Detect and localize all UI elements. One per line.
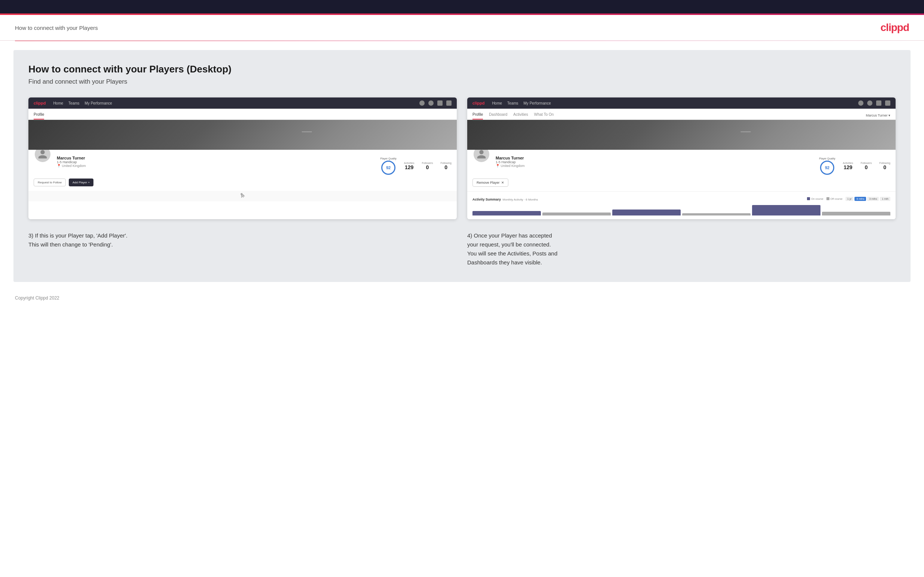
legend-offcourse: Off course xyxy=(826,197,843,200)
mock-nav-teams-right: Teams xyxy=(507,101,518,105)
quality-value-left: 92 xyxy=(386,166,391,170)
scissors-area xyxy=(28,191,457,201)
tab-dashboard-right[interactable]: Dashboard xyxy=(489,111,507,119)
tab-activities-right[interactable]: Activities xyxy=(513,111,528,119)
banner-image-left xyxy=(28,120,457,150)
profile-banner-left xyxy=(28,120,457,150)
menu-icon-right xyxy=(885,100,890,106)
time-buttons: 1 yr 6 mths 3 mths 1 mth xyxy=(845,197,890,201)
remove-player-button[interactable]: Remove Player ✕ xyxy=(472,179,508,187)
caption-left: 3) If this is your Player tap, 'Add Play… xyxy=(28,231,457,267)
stat-following-right: Following 0 xyxy=(879,162,890,170)
offcourse-label: Off course xyxy=(830,198,843,200)
oncourse-label: On course xyxy=(811,198,823,200)
mock-logo-right: clippd xyxy=(472,101,485,105)
header-divider xyxy=(15,41,909,41)
chart-area xyxy=(472,204,890,216)
main-content: How to connect with your Players (Deskto… xyxy=(13,50,911,282)
time-6mths-button[interactable]: 6 mths xyxy=(855,197,866,201)
time-1yr-button[interactable]: 1 yr xyxy=(845,197,854,201)
tab-profile-left[interactable]: Profile xyxy=(34,111,44,119)
footer: Copyright Clippd 2022 xyxy=(0,291,924,305)
stat-followers-right: Followers 0 xyxy=(861,162,872,170)
tab-profile-right[interactable]: Profile xyxy=(472,111,483,119)
chart-bar-4 xyxy=(682,213,751,216)
copyright-text: Copyright Clippd 2022 xyxy=(15,295,60,301)
user-icon xyxy=(428,100,434,106)
globe-icon-right xyxy=(876,100,881,106)
globe-icon xyxy=(437,100,443,106)
request-follow-button[interactable]: Request to Follow xyxy=(34,179,66,186)
add-player-button[interactable]: Add Player + xyxy=(69,179,94,186)
mock-nav-icons-right xyxy=(858,100,890,106)
legend-oncourse: On course xyxy=(807,197,823,200)
mock-nav-performance-right: My Performance xyxy=(524,101,551,105)
search-icon-right xyxy=(858,100,863,106)
chart-bar-5 xyxy=(752,205,821,216)
profile-info-left: Marcus Turner 1-5 Handicap 📍 United King… xyxy=(57,154,375,168)
mock-buttons-left: Request to Follow Add Player + xyxy=(34,179,452,186)
activity-header: Activity Summary Monthly Activity · 6 Mo… xyxy=(472,195,890,202)
chart-bar-3 xyxy=(612,210,681,216)
scissors-icon xyxy=(240,193,246,199)
tab-what-to-on-right[interactable]: What To On xyxy=(534,111,554,119)
stats-row-right: Player Quality 92 Activities 129 Fo xyxy=(819,157,890,175)
mock-nav-right: clippd Home Teams My Performance xyxy=(467,97,896,109)
player-handicap-right: 1-5 Handicap xyxy=(496,160,814,164)
profile-body-left: Marcus Turner 1-5 Handicap 📍 United King… xyxy=(28,150,457,191)
oncourse-dot xyxy=(807,197,810,200)
mock-nav-items-left: Home Teams My Performance xyxy=(53,101,112,105)
chart-bar-1 xyxy=(472,211,541,216)
mock-nav-items-right: Home Teams My Performance xyxy=(492,101,551,105)
stat-following-left: Following 0 xyxy=(440,162,452,170)
player-name-right: Marcus Turner xyxy=(496,156,814,160)
activity-section: Activity Summary Monthly Activity · 6 Mo… xyxy=(467,191,896,219)
screenshots-row: clippd Home Teams My Performance Profile xyxy=(28,97,896,219)
player-location-left: 📍 United Kingdom xyxy=(57,164,375,168)
avatar-row-left: Marcus Turner 1-5 Handicap 📍 United King… xyxy=(34,154,452,175)
activity-title: Activity Summary xyxy=(472,198,501,201)
caption-left-text: 3) If this is your Player tap, 'Add Play… xyxy=(28,231,457,249)
top-bar xyxy=(0,0,924,13)
player-location-right: 📍 United Kingdom xyxy=(496,164,814,168)
profile-info-right: Marcus Turner 1-5 Handicap 📍 United King… xyxy=(496,154,814,168)
time-3mths-button[interactable]: 3 mths xyxy=(867,197,879,201)
time-1mth-button[interactable]: 1 mth xyxy=(880,197,890,201)
stat-activities-right: Activities 129 xyxy=(843,162,853,170)
stat-followers-left: Followers 0 xyxy=(422,162,433,170)
chart-bar-2 xyxy=(542,213,611,216)
mock-nav-left: clippd Home Teams My Performance xyxy=(28,97,457,109)
mock-tabs-left: Profile xyxy=(28,109,457,120)
screenshot-right: clippd Home Teams My Performance Profile xyxy=(467,97,896,219)
stat-activities-left: Activities 129 xyxy=(404,162,415,170)
chart-bar-6 xyxy=(822,212,890,216)
activity-controls: On course Off course 1 yr 6 mths 3 mths … xyxy=(807,197,890,201)
mock-nav-home-right: Home xyxy=(492,101,502,105)
page-subtitle: Find and connect with your Players xyxy=(28,78,896,85)
activity-title-group: Activity Summary Monthly Activity · 6 Mo… xyxy=(472,195,538,202)
profile-body-right: Marcus Turner 1-5 Handicap 📍 United King… xyxy=(467,150,896,191)
search-icon xyxy=(419,100,425,106)
remove-x-icon: ✕ xyxy=(501,181,504,184)
stats-row-left: Player Quality 92 Activities 129 Fo xyxy=(380,157,452,175)
page-title: How to connect with your Players (Deskto… xyxy=(28,63,896,75)
banner-image-right xyxy=(467,120,896,150)
screenshot-left: clippd Home Teams My Performance Profile xyxy=(28,97,457,219)
mock-nav-home-left: Home xyxy=(53,101,63,105)
user-label-right: Marcus Turner ▾ xyxy=(866,114,890,117)
mock-nav-performance-left: My Performance xyxy=(85,101,112,105)
mock-nav-teams-left: Teams xyxy=(68,101,79,105)
caption-right: 4) Once your Player has acceptedyour req… xyxy=(467,231,896,267)
mock-tabs-right: Profile Dashboard Activities What To On … xyxy=(467,109,896,120)
player-name-left: Marcus Turner xyxy=(57,156,375,160)
stat-group-right: Activities 129 Followers 0 Following 0 xyxy=(843,162,890,170)
offcourse-dot xyxy=(826,197,829,200)
activity-subtitle: Monthly Activity · 6 Months xyxy=(502,198,538,201)
breadcrumb: How to connect with your Players xyxy=(15,25,98,31)
header: How to connect with your Players clippd xyxy=(0,15,924,41)
mock-logo-left: clippd xyxy=(34,101,45,105)
quality-circle-left: 92 xyxy=(381,161,396,175)
stat-group-left: Activities 129 Followers 0 Following 0 xyxy=(404,162,452,170)
caption-row: 3) If this is your Player tap, 'Add Play… xyxy=(28,231,896,267)
mock-nav-icons-left xyxy=(419,100,452,106)
